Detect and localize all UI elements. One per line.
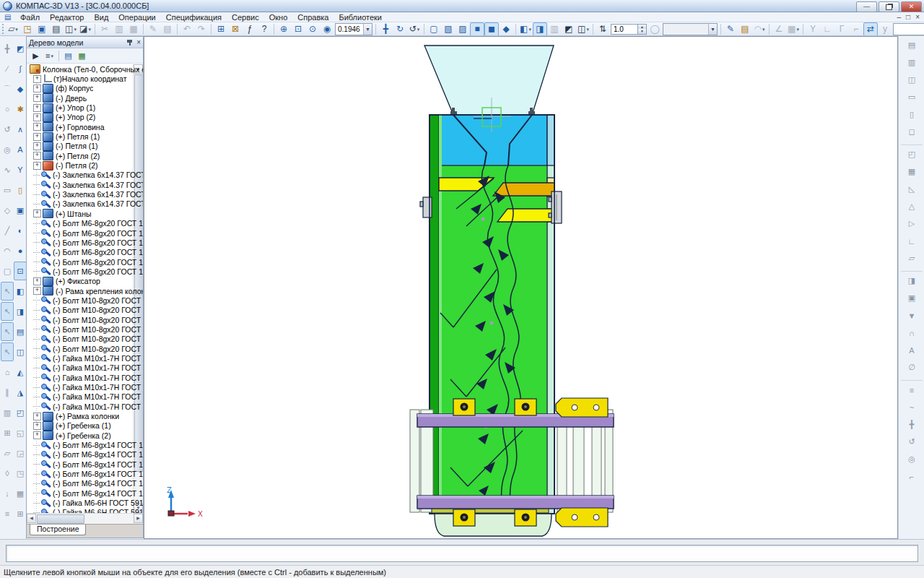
zoom-scale-button[interactable]: ◉	[320, 22, 334, 36]
variables-button[interactable]: ƒ	[243, 22, 257, 36]
scroll-left-button[interactable]: ◀	[27, 514, 36, 523]
measure-grid-button[interactable]: ▦	[904, 163, 920, 180]
local-cs-button[interactable]: y	[878, 22, 892, 36]
tree-item[interactable]: (-) Гайка М10х1-7Н ГОСТ 2524	[27, 363, 143, 373]
component-filter-button[interactable]: ⊡	[14, 262, 27, 280]
send-button[interactable]: ◪▾	[78, 22, 92, 36]
hide-all-objects-button[interactable]: ◩	[562, 22, 576, 36]
section-operation-button[interactable]: ▤	[14, 322, 27, 341]
annotation-cross-button[interactable]: ╋	[904, 416, 920, 433]
menu-item-9[interactable]: Библиотеки	[334, 12, 387, 22]
tree-item[interactable]: (-) Болт М10-8gх20 ГОСТ 1559	[27, 324, 143, 334]
pan-button[interactable]: ╋	[378, 22, 393, 36]
pattern-operation-button[interactable]: ✱	[14, 100, 27, 118]
expand-icon[interactable]: +	[33, 287, 41, 295]
orientation-dropdown-icon[interactable]: ▾	[417, 27, 420, 32]
scroll-right-button[interactable]: ▶	[134, 514, 143, 523]
annotation-marker-button[interactable]: ▼	[904, 307, 920, 324]
circle-tool-button[interactable]: ○	[1, 100, 14, 118]
tree-item[interactable]: (-) Гайка М6-6Н ГОСТ 5915-70	[27, 498, 143, 507]
print-button[interactable]: ▤	[49, 22, 64, 36]
dimension-offset-button[interactable]: ▥	[904, 54, 920, 71]
view-hidden-thin-button[interactable]: ▨	[456, 22, 470, 36]
tree-item[interactable]: (-) Гайка М10х1-7Н ГОСТ 2524	[27, 353, 143, 363]
open-document-button[interactable]: ◳	[20, 22, 35, 36]
expand-icon[interactable]: +	[33, 123, 41, 131]
measure-direction-button[interactable]: ▷	[904, 215, 920, 232]
tree-item[interactable]: +(т)Начало координат	[27, 74, 143, 83]
snap-face-button[interactable]: Γ	[834, 22, 849, 36]
sphere-operation-button[interactable]: ●	[14, 241, 27, 260]
grid-button[interactable]: ▦▾	[786, 22, 801, 36]
tree-composition-dropdown-icon[interactable]: ▾	[51, 53, 53, 59]
pin-icon[interactable]	[126, 39, 133, 46]
measure-perpendicular-button[interactable]: ∟	[904, 233, 920, 249]
annotation-corner-button[interactable]: ⌐	[904, 468, 920, 485]
tree-item[interactable]: (-) Болт М6-8gх14 ГОСТ 15589	[27, 488, 143, 498]
expand-icon[interactable]: +	[33, 277, 41, 285]
cs-name-combo[interactable]	[893, 23, 924, 35]
filter-faces-button[interactable]: ↖	[1, 322, 14, 341]
measure-corner-button[interactable]: ◰	[904, 146, 920, 163]
current-state-dropdown[interactable]: ▼	[708, 24, 717, 35]
tree-item[interactable]: (-) Гайка М6-6Н ГОСТ 5915-70	[27, 508, 143, 513]
tree-item[interactable]: (-) Болт М6-8gх20 ГОСТ 15589	[27, 257, 143, 267]
menu-item-5[interactable]: Спецификация	[161, 12, 227, 22]
arc-tool-button[interactable]: ⌒	[1, 79, 14, 98]
rounding-dropdown-icon[interactable]: ▾	[762, 27, 765, 32]
tree-composition-button[interactable]: ≡▾	[43, 49, 56, 62]
tree-item[interactable]: (-) Болт М6-8gх14 ГОСТ 15589	[27, 440, 143, 449]
menu-item-8[interactable]: Справка	[292, 12, 334, 22]
hatch-tool-button[interactable]: ▥	[1, 403, 14, 422]
message-field[interactable]	[6, 545, 918, 562]
measure-tool-button[interactable]: ≡	[1, 504, 14, 523]
close-button[interactable]: ✕	[901, 1, 922, 12]
tree-item[interactable]: (-) Болт М6-8gх20 ГОСТ 15589	[27, 267, 143, 276]
parallel-tool-button[interactable]: ∥	[1, 383, 14, 402]
view-shaded-button[interactable]: ■	[470, 22, 484, 36]
rib-operation-button[interactable]: ∧	[14, 120, 27, 139]
view-hidden-lines-button[interactable]: ▧	[441, 22, 456, 36]
drop-tool-button[interactable]: ↓	[1, 484, 14, 503]
ellipse-tool-button[interactable]: ◎	[1, 140, 14, 159]
send-dropdown-icon[interactable]: ▾	[88, 27, 91, 32]
rounding-button[interactable]: ◠▾	[752, 22, 767, 36]
zoom-in-button[interactable]: ⊕	[276, 22, 291, 36]
toolbar-grip[interactable]	[2, 24, 4, 34]
spin-down-icon[interactable]: ▼	[638, 29, 646, 34]
tree-item[interactable]: (-) Болт М10-8gх20 ГОСТ 1559	[27, 296, 143, 305]
new-drawing-from-model-button[interactable]: ▤	[738, 22, 752, 36]
measure-area-button[interactable]: ▱	[904, 250, 920, 267]
cut-operation-button[interactable]: ◧	[14, 282, 27, 301]
tree-item[interactable]: (-) Заклепка 6х14.37 ГОСТ 103	[27, 180, 143, 189]
tree-item[interactable]: (-) Болт М10-8gх20 ГОСТ 1559	[27, 306, 143, 315]
save-document-button[interactable]: ▣	[35, 22, 49, 36]
accuracy-spinner[interactable]: 1.0▲▼	[611, 24, 647, 35]
dimension-frame-button[interactable]: ▭	[904, 89, 920, 105]
tree-item[interactable]: +(+) Упор (2)	[27, 113, 143, 122]
expand-icon[interactable]: +	[33, 75, 41, 83]
segment-tool-button[interactable]: ╱	[1, 221, 14, 240]
tree-item[interactable]: +(-) Петля (1)	[27, 142, 143, 151]
tree-item[interactable]: (-) Гайка М10х1-7Н ГОСТ 2524	[27, 382, 143, 392]
hopper[interactable]	[424, 46, 554, 115]
menu-item-6[interactable]: Сервис	[227, 12, 264, 22]
menu-item-2[interactable]: Редактор	[45, 12, 89, 22]
expand-icon[interactable]: +	[33, 85, 41, 92]
tree-item[interactable]: +(+) Гребенка (1)	[27, 421, 143, 431]
tree-item[interactable]: (-) Болт М6-8gх20 ГОСТ 15589	[27, 219, 143, 228]
accuracy-arrows[interactable]: ▲▼	[638, 24, 647, 35]
angle-measure-button[interactable]: ∠	[772, 22, 786, 36]
expand-icon[interactable]: +	[33, 104, 41, 112]
line-tool-button[interactable]: ∕	[1, 59, 14, 78]
tree-root-item[interactable]: Колонка (Тел-0, Сборочных един	[27, 64, 143, 74]
tree-item[interactable]: (-) Заклепка 6х14.37 ГОСТ 103	[27, 171, 143, 180]
report-settings-button[interactable]: ▦	[75, 49, 89, 62]
hinge-left[interactable]	[423, 197, 432, 217]
filter-edges-button[interactable]: ↖	[1, 302, 14, 321]
column-body[interactable]	[430, 115, 554, 514]
copy-button[interactable]: ▥	[112, 22, 126, 36]
dimension-square-button[interactable]: ◻	[904, 124, 920, 140]
rectangle-tool-button[interactable]: ▭	[1, 181, 14, 199]
tree-close-icon[interactable]: ×	[136, 39, 141, 46]
